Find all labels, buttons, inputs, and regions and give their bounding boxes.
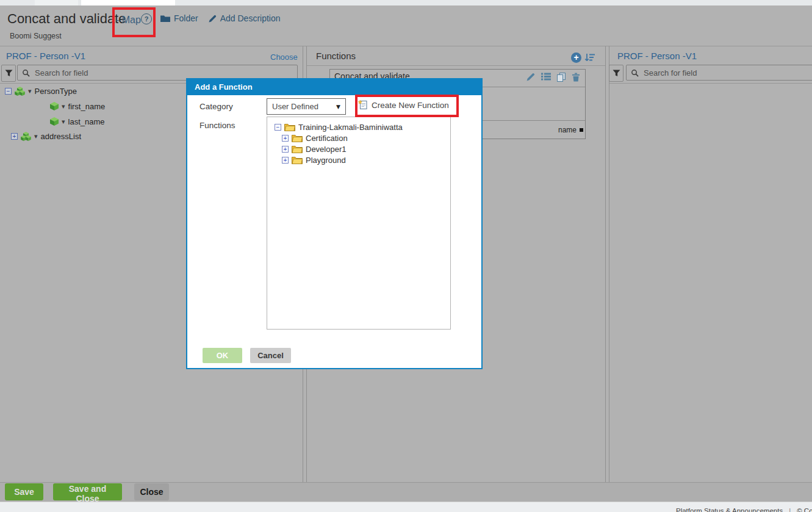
pencil-icon <box>209 15 217 23</box>
tree-node-label: addressList <box>41 132 81 141</box>
functions-label: Functions <box>199 121 235 130</box>
new-function-icon <box>358 100 368 110</box>
folder-yellow-icon <box>292 156 303 164</box>
expand-icon[interactable]: + <box>282 135 289 142</box>
copyright-text: © Copyri <box>797 507 812 512</box>
folder-label: Developer1 <box>306 145 347 154</box>
component-type-label: - Map <box>116 15 141 26</box>
functions-header-border <box>307 65 605 66</box>
tree-row-addresslist[interactable]: + ▾ addressList <box>11 130 81 142</box>
folder-row-training[interactable]: − Training-Lakmali-Baminiwatta <box>275 121 403 133</box>
panel-divider <box>605 46 606 482</box>
folder-button[interactable]: Folder <box>160 13 198 23</box>
connector-anchor[interactable] <box>580 128 583 132</box>
tree-row-persontype[interactable]: − ▾ PersonType <box>5 85 77 97</box>
page-title: Concat and validate <box>7 11 126 27</box>
edit-function-icon[interactable] <box>526 73 535 81</box>
filter-icon <box>5 70 13 77</box>
folder-row-certification[interactable]: + Certification <box>282 132 348 144</box>
add-description-button[interactable]: Add Description <box>209 13 281 23</box>
folder-label: Training-Lakmali-Baminiwatta <box>298 123 403 132</box>
browser-tab-active[interactable] <box>81 0 175 5</box>
caret-down-icon[interactable]: ▾ <box>28 87 32 95</box>
ok-button[interactable]: OK <box>203 348 242 363</box>
expand-icon[interactable]: + <box>11 133 18 140</box>
folder-row-playground[interactable]: + Playground <box>282 154 346 166</box>
element-group-icon <box>15 87 25 96</box>
functions-panel-title: Functions <box>316 51 356 61</box>
save-and-close-button[interactable]: Save and Close <box>53 483 122 500</box>
folder-yellow-icon <box>284 123 295 131</box>
collapse-icon[interactable]: − <box>5 88 12 95</box>
category-label: Category <box>199 102 233 111</box>
folder-label: Certification <box>306 134 348 143</box>
add-description-label: Add Description <box>220 13 281 23</box>
delete-function-icon[interactable] <box>572 73 580 82</box>
folder-row-developer1[interactable]: + Developer1 <box>282 143 347 155</box>
tree-row-last-name[interactable]: ▾ last_name <box>50 115 105 128</box>
copy-function-icon[interactable] <box>557 73 566 82</box>
browser-tabs-strip <box>0 0 812 5</box>
caret-down-icon[interactable]: ▾ <box>62 118 65 126</box>
search-icon <box>22 69 30 77</box>
help-icon[interactable]: ? <box>141 13 152 24</box>
element-icon <box>50 102 59 110</box>
platform-status-link[interactable]: Platform Status & Announcements <box>676 507 783 512</box>
source-profile-title: PROF - Person -V1 <box>6 51 85 61</box>
add-function-button[interactable]: + <box>571 52 581 63</box>
folder-button-label: Folder <box>174 13 198 23</box>
add-function-modal: Add a Function Category User Defined ▼ C… <box>186 78 483 369</box>
target-search-input[interactable] <box>642 68 812 78</box>
statusbar-separator: | <box>789 507 791 512</box>
function-details-icon[interactable] <box>541 73 551 81</box>
expand-icon[interactable]: + <box>282 157 289 164</box>
panels-top-border <box>0 46 812 46</box>
source-search-input[interactable] <box>34 68 293 78</box>
filter-icon <box>613 70 620 77</box>
search-icon <box>631 69 639 77</box>
target-profile-title: PROF - Person -V1 <box>617 51 697 61</box>
panel-divider <box>609 46 609 482</box>
folder-label: Playground <box>306 156 346 165</box>
tree-node-label: PersonType <box>35 87 77 96</box>
boomi-suggest-tab[interactable]: Boomi Suggest <box>10 32 62 40</box>
caret-down-icon[interactable]: ▾ <box>34 132 38 140</box>
function-output-label: name <box>558 126 577 134</box>
sort-functions-icon[interactable] <box>584 53 595 63</box>
folder-yellow-icon <box>292 145 303 153</box>
expand-icon[interactable]: + <box>282 146 289 153</box>
caret-down-icon[interactable]: ▾ <box>62 103 65 110</box>
element-icon <box>50 117 59 126</box>
search-row-border <box>609 83 812 84</box>
save-button[interactable]: Save <box>5 483 43 500</box>
tree-node-label: last_name <box>68 117 105 126</box>
map-editor-screen: Concat and validate - Map ? Folder Add D… <box>0 0 812 512</box>
filter-button[interactable] <box>609 65 623 82</box>
tree-node-label: first_name <box>68 102 106 111</box>
modal-title: Add a Function <box>187 79 481 95</box>
collapse-icon[interactable]: − <box>275 124 281 131</box>
close-button[interactable]: Close <box>134 483 169 500</box>
cancel-button[interactable]: Cancel <box>250 348 291 363</box>
filter-button[interactable] <box>1 65 16 82</box>
folder-icon <box>160 15 170 22</box>
category-select[interactable]: User Defined ▼ <box>267 98 346 115</box>
element-group-icon <box>21 132 31 141</box>
create-new-function-button[interactable]: Create New Function <box>358 100 449 110</box>
browser-tab-inactive[interactable] <box>35 0 78 5</box>
folder-yellow-icon <box>292 134 303 142</box>
tree-row-first-name[interactable]: ▾ first_name <box>50 100 105 112</box>
dropdown-caret-icon: ▼ <box>336 104 340 110</box>
target-search <box>626 65 812 81</box>
create-new-function-label: Create New Function <box>372 101 449 110</box>
choose-link[interactable]: Choose <box>270 52 298 62</box>
category-selected-value: User Defined <box>272 102 318 111</box>
function-folder-tree: − Training-Lakmali-Baminiwatta + Certifi… <box>267 117 451 330</box>
